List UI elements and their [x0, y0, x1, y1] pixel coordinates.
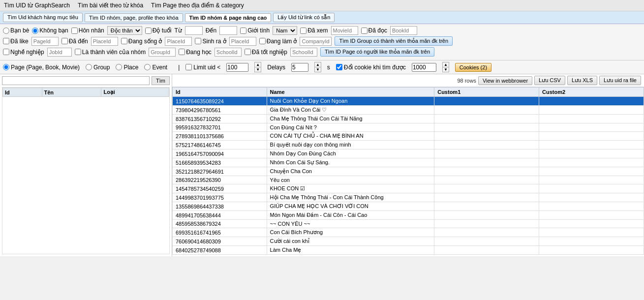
- table-row[interactable]: 1150764635089224 Nuôi Con Khỏe Dạy Con N…: [173, 97, 644, 106]
- cell-custom1: [434, 246, 539, 255]
- filter-book-id[interactable]: [390, 26, 417, 35]
- table-row[interactable]: 699351616741965 Con Cái Bích Phương: [173, 228, 644, 237]
- filter-tuoi-tu[interactable]: [185, 26, 203, 35]
- view-webbrower-button[interactable]: View in webbrower: [478, 76, 532, 85]
- filter-limit-uid[interactable]: Limit uid <: [185, 64, 220, 71]
- luu-uid-file-button[interactable]: Lưu uid ra file: [599, 76, 641, 85]
- filter-place-id2[interactable]: [165, 37, 192, 46]
- left-col-loai: Loại: [101, 88, 169, 97]
- table-row[interactable]: 516658939534283 Nhóm Con Cái Sự Sáng.: [173, 158, 644, 167]
- luu-xls-button[interactable]: Lưu XLS: [567, 76, 597, 85]
- filter-dang-song-o[interactable]: Đang sống ở: [121, 38, 162, 45]
- filter-area: Bạn bè Không bạn Hôn nhân Độc thân Độ tu…: [0, 24, 644, 60]
- left-search-input[interactable]: [2, 76, 150, 85]
- filter-school-id2[interactable]: [290, 48, 317, 57]
- cell-custom2: [539, 132, 644, 141]
- cell-custom2: [539, 193, 644, 202]
- table-row[interactable]: 286392219526390 Yêu con: [173, 176, 644, 184]
- filter-group-id[interactable]: [149, 48, 176, 57]
- filter-khong-ban[interactable]: Không bạn: [32, 27, 68, 34]
- table-row[interactable]: 684025278749088 Làm Cha Mẹ: [173, 246, 644, 255]
- filter-da-xem[interactable]: Đã xem: [300, 27, 328, 34]
- left-col-id: Id: [3, 88, 42, 97]
- col-id-header: Id: [173, 88, 267, 97]
- data-table: Id Name Custom1 Custom2 1150764635089224…: [172, 87, 644, 255]
- filter-place-id[interactable]: [91, 37, 118, 46]
- data-table-wrap: Id Name Custom1 Custom2 1150764635089224…: [172, 87, 644, 256]
- radio-group[interactable]: Group: [86, 64, 110, 71]
- top-navigation: Tìm UID từ GraphSearch Tìm bài viết theo…: [0, 0, 644, 11]
- filter-doi-cookie[interactable]: Đổi cookie khi tìm được: [336, 64, 406, 71]
- filter-sinh-ra-o[interactable]: Sinh ra ở: [195, 38, 226, 45]
- col-name-header: Name: [267, 88, 434, 97]
- tab-id-group[interactable]: Tìm ID nhóm, page, profile theo khóa: [85, 13, 183, 22]
- table-row[interactable]: 145478573454025​9 KHOE CON ☑: [173, 184, 644, 193]
- filter-doc-than-select[interactable]: Độc thân: [107, 26, 142, 35]
- cell-id: 838761356710292: [173, 115, 267, 123]
- radio-page[interactable]: Page (Page, Book, Movie): [3, 64, 80, 71]
- row-count: 98 rows: [457, 78, 476, 84]
- table-row[interactable]: 144998370199377​5 Hội Cha Mẹ Thông Thái …: [173, 193, 644, 202]
- filter-do-tuoi[interactable]: Độ tuổi: [145, 27, 172, 34]
- delays-value[interactable]: [291, 63, 308, 72]
- table-row[interactable]: 135586986443733​8 GIÚP CHA MẸ HỌC VÀ CHƠ…: [173, 202, 644, 211]
- doi-cookie-spinner[interactable]: ▲ ▼: [442, 62, 449, 72]
- radio-event[interactable]: Event: [144, 64, 167, 71]
- limit-spinner[interactable]: ▲ ▼: [254, 62, 261, 72]
- table-row[interactable]: 995916327832701 Con Đúng Cái Nít ?: [173, 123, 644, 132]
- doi-cookie-value[interactable]: [412, 63, 436, 72]
- table-row[interactable]: 352121882796469​1 Chuyện Cha Con: [173, 167, 644, 176]
- cell-custom2: [539, 106, 644, 115]
- filter-job-id[interactable]: [47, 48, 72, 57]
- tim-button[interactable]: Tìm: [152, 76, 170, 85]
- nav-uid-graphsearch[interactable]: Tìm UID từ GraphSearch: [4, 2, 70, 9]
- table-row[interactable]: 575217486146745 Bí quyết nuôi dạy con th…: [173, 141, 644, 150]
- left-panel: Tìm Id Tên Loại: [0, 74, 172, 256]
- filter-place-id3[interactable]: [229, 37, 256, 46]
- filter-da-den[interactable]: Đã đến: [61, 38, 88, 45]
- table-row[interactable]: 278938110137568​6 CON CÁI TỰ CHỦ - CHA M…: [173, 132, 644, 141]
- table-row[interactable]: 485958538679324 ~~ CON YÊU ~~: [173, 220, 644, 228]
- filter-da-tot-nghiep[interactable]: Đã tốt nghiệp: [245, 49, 287, 56]
- luu-csv-button[interactable]: Lưu CSV: [534, 76, 565, 85]
- cell-name: Làm Cha Mẹ: [267, 246, 434, 255]
- tab-id-advanced[interactable]: Tìm ID nhóm & page nâng cao: [185, 13, 272, 22]
- filter-movie-id[interactable]: [331, 26, 358, 35]
- cell-custom2: [539, 202, 644, 211]
- btn-id-group[interactable]: Tìm ID Group có thành viên thỏa mãn đk t…: [335, 36, 453, 46]
- filter-gioi-tinh-select[interactable]: Nam Nữ: [273, 26, 297, 35]
- nav-search-post[interactable]: Tìm bài viết theo từ khóa: [78, 2, 143, 9]
- filter-tuoi-den[interactable]: [219, 26, 237, 35]
- limit-uid-value[interactable]: [226, 63, 248, 72]
- filter-la-thanh-vien[interactable]: Là thành viên của nhóm: [75, 49, 146, 56]
- filter-gioi-tinh[interactable]: Giới tính: [240, 27, 270, 34]
- tab-uid-target[interactable]: Tìm Uid khách hàng mục tiêu: [3, 13, 83, 22]
- filter-da-like[interactable]: Đã like: [3, 38, 29, 45]
- table-row[interactable]: 489941705638444 Món Ngon Mái Đầm - Cái C…: [173, 211, 644, 220]
- cell-name: Cười cái con khỉ: [267, 237, 434, 246]
- table-row[interactable]: 838761356710292 Cha Mẹ Thông Thái Con Cá…: [173, 115, 644, 123]
- cell-custom2: [539, 220, 644, 228]
- radio-place[interactable]: Place: [116, 64, 138, 71]
- nav-search-page[interactable]: Tìm Page theo địa điểm & category: [151, 2, 244, 9]
- cell-custom2: [539, 246, 644, 255]
- filter-nghe-nghiep[interactable]: Nghề nghiệp: [3, 49, 44, 56]
- left-panel-search-bar: Tìm: [0, 74, 172, 87]
- table-row[interactable]: 760690414680309 Cười cái con khỉ: [173, 237, 644, 246]
- filter-page-id[interactable]: [31, 37, 59, 46]
- cell-id: 516658939534283: [173, 158, 267, 167]
- filter-school-id[interactable]: [215, 48, 242, 57]
- filter-ban-be[interactable]: Bạn bè: [3, 27, 29, 34]
- table-row[interactable]: 739804296780561 Gia Đình Và Con Cái ♡: [173, 106, 644, 115]
- tab-uid-link[interactable]: Lấy Uid từ link có sẵn: [273, 13, 335, 22]
- filter-da-doc[interactable]: Đã đọc: [361, 27, 387, 34]
- filter-dang-lam-o[interactable]: Đang làm ở: [259, 38, 297, 45]
- table-row[interactable]: 196516475709009​4 Nhóm Dạy Con Đúng Cách: [173, 150, 644, 158]
- cell-name: Nhóm Dạy Con Đúng Cách: [267, 150, 434, 158]
- filter-dang-hoc[interactable]: Đang học: [179, 49, 212, 56]
- filter-company-id[interactable]: [300, 37, 332, 46]
- btn-id-page[interactable]: Tìm ID Page có người like thỏa mãn đk tr…: [320, 47, 434, 57]
- cookies-button[interactable]: Cookies (2): [455, 63, 491, 72]
- filter-hon-nhan[interactable]: Hôn nhân: [71, 27, 104, 34]
- delays-spinner[interactable]: ▲ ▼: [314, 62, 321, 72]
